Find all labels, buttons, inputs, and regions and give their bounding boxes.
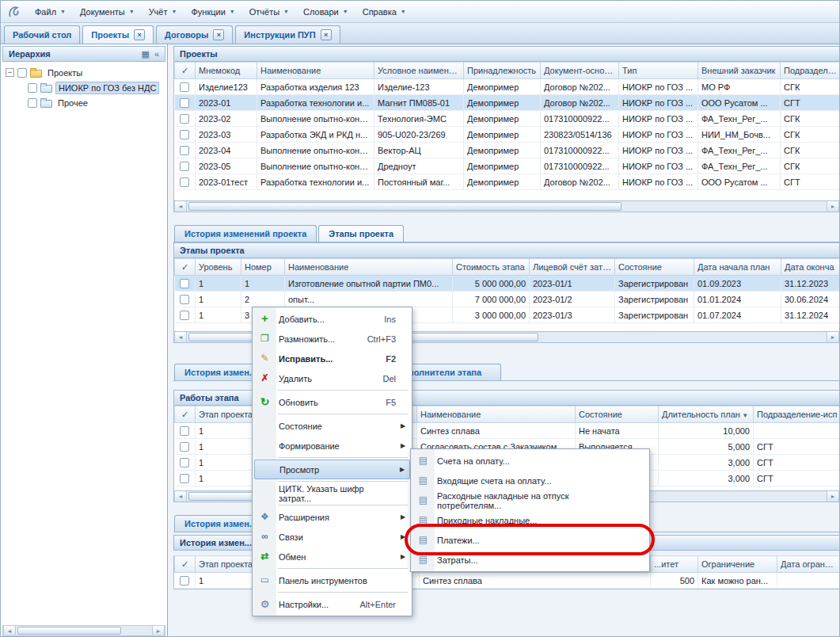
column-header-5[interactable]: Тип bbox=[619, 63, 698, 79]
tree-node-label[interactable]: Проекты bbox=[45, 67, 85, 78]
cell[interactable]: 3,000 bbox=[659, 471, 754, 486]
cell[interactable]: 31.12.2024 bbox=[781, 307, 840, 323]
tree-node-2[interactable]: Прочее bbox=[2, 95, 165, 110]
cell[interactable]: Разработка технологии и... bbox=[257, 95, 374, 111]
cell[interactable]: 2023-01/1 bbox=[530, 276, 615, 292]
cell[interactable]: НИОКР по ГОЗ ... bbox=[619, 174, 698, 190]
menubar-item-0[interactable]: Файл▼ bbox=[28, 4, 73, 20]
scroll-right-icon[interactable]: ► bbox=[152, 626, 165, 635]
row-checkbox[interactable] bbox=[180, 177, 189, 187]
cell[interactable]: 31.12.2023 bbox=[781, 276, 840, 292]
column-header-7[interactable]: Дата оконча bbox=[781, 259, 840, 276]
menubar-item-1[interactable]: Документы▼ bbox=[73, 4, 142, 20]
cell[interactable]: 2023-03 bbox=[196, 127, 257, 143]
sort-desc-icon[interactable]: ▼ bbox=[740, 412, 748, 419]
cell[interactable]: Изделие-123 bbox=[374, 79, 464, 95]
table-row[interactable]: 12опыт...7 000 000,002023-01/2Зарегистри… bbox=[175, 292, 840, 307]
cell[interactable]: 01.01.2024 bbox=[694, 292, 781, 307]
cell[interactable]: Выполнение опытно-конс... bbox=[257, 111, 374, 127]
context-menu-item-14[interactable]: Расширения▶ bbox=[254, 507, 410, 527]
tree-node-label[interactable]: НИОКР по ГОЗ без НДС bbox=[55, 82, 159, 94]
context-menu-item-7[interactable]: Состояние▶ bbox=[254, 416, 410, 436]
column-header-5[interactable]: Дата огранич... bbox=[777, 556, 840, 573]
context-menu-item-16[interactable]: Обмен▶ bbox=[254, 547, 410, 566]
cell[interactable]: 230823/0514/136 bbox=[541, 127, 619, 143]
cell[interactable]: СГТ bbox=[754, 471, 840, 486]
cell[interactable]: ООО Русатом ... bbox=[698, 174, 781, 190]
submenu-item-5[interactable]: Затраты... bbox=[412, 550, 648, 570]
cell[interactable]: 3 000 000,00 bbox=[453, 307, 530, 323]
context-menu-item-2[interactable]: Исправить...F2 bbox=[254, 349, 410, 368]
cell[interactable]: Магнит ПМ085-01 bbox=[374, 95, 464, 111]
menubar-item-3[interactable]: Функции▼ bbox=[184, 4, 241, 20]
cell[interactable]: 2023-01/2 bbox=[530, 292, 615, 307]
context-menu-item-1[interactable]: Размножить...Ctrl+F3 bbox=[254, 329, 410, 349]
cell[interactable]: Выполнение опытно-конс... bbox=[257, 158, 374, 174]
table-row[interactable]: 2023-05Выполнение опытно-конс...Дредноут… bbox=[175, 158, 840, 174]
cell[interactable]: 905-U020-23/269 bbox=[374, 127, 464, 143]
cell[interactable]: СГК bbox=[781, 158, 840, 174]
row-checkbox[interactable] bbox=[180, 442, 189, 452]
context-menu-item-15[interactable]: Связи▶ bbox=[254, 527, 410, 547]
row-checkbox[interactable] bbox=[180, 114, 189, 124]
cell[interactable]: Демопример bbox=[464, 158, 541, 174]
table-row[interactable]: 2023-01тестРазработка технологии и...Пос… bbox=[175, 174, 840, 190]
select-all-header[interactable]: ✓ bbox=[175, 63, 196, 79]
row-checkbox[interactable] bbox=[180, 82, 189, 92]
context-menu-item-5[interactable]: ОбновитьF5 bbox=[254, 392, 410, 412]
context-menu-item-18[interactable]: Панель инструментов bbox=[254, 570, 410, 590]
cell[interactable]: 500 bbox=[651, 573, 698, 589]
column-header-3[interactable]: Стоимость этапа bbox=[453, 259, 530, 276]
row-checkbox[interactable] bbox=[180, 162, 189, 171]
column-header-4[interactable]: Документ-основан bbox=[541, 63, 619, 79]
cell[interactable]: СГТ bbox=[754, 455, 840, 471]
cell[interactable]: ООО Русатом ... bbox=[698, 95, 781, 111]
cell[interactable]: Демопример bbox=[464, 174, 541, 190]
tree-expander-icon[interactable]: − bbox=[6, 68, 14, 77]
cell[interactable]: Договор №202... bbox=[541, 79, 619, 95]
context-menu-item-3[interactable]: УдалитьDel bbox=[254, 368, 410, 388]
tab-1[interactable]: Проекты× bbox=[82, 25, 154, 44]
context-menu-item-8[interactable]: Формирование▶ bbox=[254, 436, 410, 456]
column-header-4[interactable]: Длительность план ▼ bbox=[659, 406, 754, 423]
cell[interactable]: 30.06.2024 bbox=[781, 292, 840, 307]
cell[interactable]: Демопример bbox=[464, 79, 541, 95]
cell[interactable]: 10,000 bbox=[659, 423, 754, 439]
cell[interactable]: Дредноут bbox=[374, 158, 464, 174]
cell[interactable]: 01.09.2023 bbox=[694, 276, 781, 292]
column-header-5[interactable]: Состояние bbox=[615, 259, 694, 276]
column-header-2[interactable]: Наименование bbox=[285, 259, 453, 276]
cell[interactable]: НИОКР по ГОЗ ... bbox=[619, 79, 698, 95]
cell[interactable]: ФА_Техн_Рег_... bbox=[698, 111, 781, 127]
quick-filter-icon[interactable]: ▦ bbox=[141, 49, 149, 59]
cell[interactable]: 5 000 000,00 bbox=[453, 276, 530, 292]
cell[interactable]: Изготовление опытной партии ПМ0... bbox=[285, 276, 453, 292]
row-checkbox[interactable] bbox=[180, 311, 189, 320]
cell[interactable]: СГТ bbox=[781, 95, 840, 111]
cell[interactable]: 2023-01/3 bbox=[530, 307, 615, 323]
column-header-3[interactable]: ...итет bbox=[651, 556, 698, 573]
cell[interactable]: Синтез сплава bbox=[420, 573, 651, 589]
submenu-item-2[interactable]: Расходные накладные на отпуск потребител… bbox=[412, 490, 648, 510]
cell[interactable]: ФА_Техн_Рег_... bbox=[698, 143, 781, 158]
cell[interactable]: СГК bbox=[781, 127, 840, 143]
subtab-1[interactable]: Этапы проекта bbox=[318, 225, 404, 242]
table-row[interactable]: Изделие123Разработка изделия 123Изделие-… bbox=[175, 79, 840, 95]
cell[interactable]: Как можно ран... bbox=[698, 573, 777, 589]
menubar-item-6[interactable]: Справка▼ bbox=[355, 4, 413, 20]
table-row[interactable]: 11Изготовление опытной партии ПМ0...5 00… bbox=[175, 276, 840, 292]
column-header-3[interactable]: Принадлежность bbox=[464, 63, 541, 79]
tree-node-1[interactable]: НИОКР по ГОЗ без НДС bbox=[2, 80, 165, 95]
row-checkbox[interactable] bbox=[180, 279, 189, 288]
scroll-track[interactable] bbox=[17, 627, 150, 635]
select-all-header[interactable]: ✓ bbox=[175, 406, 196, 423]
cell[interactable]: МО РФ bbox=[698, 79, 781, 95]
cell[interactable]: СГК bbox=[781, 111, 840, 127]
cell[interactable]: НИОКР по ГОЗ ... bbox=[619, 127, 698, 143]
cell[interactable]: Разработка изделия 123 bbox=[257, 79, 374, 95]
cell[interactable]: НИИ_НМ_Бочв... bbox=[698, 127, 781, 143]
cell[interactable]: Вектор-АЦ bbox=[374, 143, 464, 158]
cell[interactable]: опыт... bbox=[285, 292, 453, 307]
cell[interactable]: 2023-05 bbox=[196, 158, 257, 174]
cell[interactable]: Разработка ЭКД и РКД н... bbox=[257, 127, 374, 143]
